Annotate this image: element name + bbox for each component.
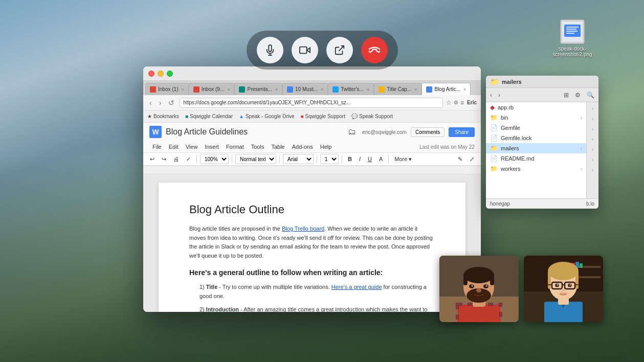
row-arrow-3[interactable]: › xyxy=(587,124,598,134)
file-item-gemfilelock[interactable]: 📄 Gemfile.lock xyxy=(486,133,586,143)
tab-twitter[interactable]: Twitter's... × xyxy=(328,83,374,95)
tab-presenta[interactable]: Presenta... × xyxy=(234,83,282,95)
doc-heading-1: Blog Article Outline xyxy=(189,203,435,216)
extensions-icon[interactable]: ⚙ xyxy=(454,100,458,105)
expand-button[interactable]: ⤢ xyxy=(467,155,477,164)
undo-button[interactable]: ↩ xyxy=(147,155,157,164)
font-select[interactable]: Arial xyxy=(283,154,314,164)
tab-close[interactable]: × xyxy=(181,87,184,92)
trello-link[interactable]: Blog Trello board xyxy=(282,225,324,232)
file-item-bin[interactable]: 📁 bin › xyxy=(486,112,586,123)
file-item-readme[interactable]: 📄 README.md xyxy=(486,153,586,164)
italic-button[interactable]: I xyxy=(357,155,363,163)
row-arrow-2[interactable]: › xyxy=(587,114,598,124)
back-btn[interactable]: ‹ xyxy=(488,90,494,100)
tab-inbox-9[interactable]: Inbox (9... × xyxy=(189,83,235,95)
tab-close[interactable]: × xyxy=(227,87,230,92)
menu-tools[interactable]: Tools xyxy=(248,142,268,151)
share-button[interactable]: Share xyxy=(449,127,475,137)
file-panel-header: 📁 mailers xyxy=(486,76,598,88)
menu-icon[interactable]: ≡ xyxy=(460,99,464,106)
share-screen-button[interactable] xyxy=(326,37,353,63)
svg-point-18 xyxy=(463,267,494,283)
menu-format[interactable]: Format xyxy=(223,142,247,151)
tab-titlecap[interactable]: Title Cap... × xyxy=(374,83,421,95)
menu-edit[interactable]: Edit xyxy=(166,142,182,151)
row-arrow-6[interactable]: › xyxy=(587,154,598,165)
menu-insert[interactable]: Insert xyxy=(202,142,222,151)
address-input[interactable] xyxy=(180,98,443,108)
svg-point-38 xyxy=(548,262,579,280)
row-arrow-5[interactable]: › xyxy=(587,144,598,154)
bookmark-speak-support[interactable]: 💬 Speak Support xyxy=(351,114,393,119)
print-button[interactable]: 🖨 xyxy=(171,155,182,163)
file-item-workers[interactable]: 📁 workers › xyxy=(486,164,586,174)
search-btn[interactable]: 🔍 xyxy=(585,90,596,100)
tab-close[interactable]: × xyxy=(367,87,369,92)
mute-button[interactable] xyxy=(257,37,283,63)
minimize-button[interactable] xyxy=(158,71,164,77)
desktop-icon[interactable]: speak-dock- screenshot-2.png xyxy=(552,19,593,57)
video-button[interactable] xyxy=(292,37,318,63)
view-btn[interactable]: ⊞ xyxy=(562,90,571,100)
folder-icon[interactable]: 🗂 xyxy=(348,127,356,137)
tab-close[interactable]: × xyxy=(321,87,323,92)
bookmark-sqwiggle-support[interactable]: ■ Sqwiggle Support xyxy=(301,114,345,119)
menu-addons[interactable]: Add-ons xyxy=(289,142,316,151)
tab-10must[interactable]: 10 Must... × xyxy=(282,83,328,95)
svg-rect-5 xyxy=(566,33,574,34)
person-male-svg xyxy=(439,256,519,322)
guide-link[interactable]: Here's a great guide xyxy=(331,284,382,290)
spellcheck-button[interactable]: ✓ xyxy=(184,155,193,164)
redo-button[interactable]: ↪ xyxy=(159,155,169,164)
tab-close[interactable]: × xyxy=(275,87,278,92)
file-item-gemfile[interactable]: 📄 Gemfile xyxy=(486,123,586,133)
color-button[interactable]: A xyxy=(376,155,385,163)
row-arrow-7[interactable]: › xyxy=(587,165,598,175)
page-content: Blog Article Outline Blog article titles… xyxy=(159,183,465,312)
zoom-select[interactable]: 100% xyxy=(200,154,229,164)
file-item-apprb[interactable]: ◆ app.rb xyxy=(486,102,586,112)
pencil-button[interactable]: ✎ xyxy=(455,155,465,164)
menu-view[interactable]: View xyxy=(183,142,201,151)
row-arrow-1[interactable]: › xyxy=(587,103,598,114)
forward-button[interactable]: › xyxy=(157,98,164,108)
sort-btn[interactable]: ⚙ xyxy=(573,90,583,100)
end-call-button[interactable] xyxy=(361,37,388,63)
folder-header-icon: 📁 xyxy=(490,78,499,86)
bookmark-sqwiggle-cal[interactable]: ■ Sqwiggle Calendar xyxy=(185,114,233,119)
close-button[interactable] xyxy=(148,71,154,77)
tab-close[interactable]: × xyxy=(414,87,417,92)
bookmark-bookmarks[interactable]: ★ Bookmarks xyxy=(147,114,179,119)
style-select[interactable]: Normal text xyxy=(235,154,276,164)
row-arrow-4[interactable]: › xyxy=(587,134,598,144)
bold-button[interactable]: B xyxy=(345,155,354,163)
comments-button[interactable]: Comments xyxy=(411,127,445,137)
bookmark-label: Sqwiggle Support xyxy=(305,114,345,119)
back-button[interactable]: ‹ xyxy=(147,98,154,108)
forward-btn[interactable]: › xyxy=(496,90,502,100)
doc-header: W Blog Article Guidelines 🗂 eric@sqwiggl… xyxy=(143,123,481,141)
person-female-svg xyxy=(524,256,603,322)
tab-blogarticle[interactable]: Blog Artic... × xyxy=(421,83,471,95)
tab-inbox-1[interactable]: Inbox (1) × xyxy=(145,83,189,95)
doc-page[interactable]: Blog Article Outline Blog article titles… xyxy=(143,174,481,312)
menu-help[interactable]: Help xyxy=(317,142,335,151)
underline-button[interactable]: U xyxy=(365,155,374,163)
file-item-mailers[interactable]: 📁 mailers › xyxy=(486,143,586,153)
star-icon[interactable]: ☆ xyxy=(446,99,452,106)
divider xyxy=(279,155,280,163)
svg-rect-33 xyxy=(580,263,583,268)
tab-close[interactable]: × xyxy=(463,87,466,92)
maximize-button[interactable] xyxy=(167,71,173,77)
refresh-button[interactable]: ↺ xyxy=(166,98,176,108)
svg-line-10 xyxy=(339,46,344,51)
menu-table[interactable]: Table xyxy=(268,142,287,151)
menu-file[interactable]: File xyxy=(149,142,165,151)
file-panel-title: mailers xyxy=(502,79,522,85)
calendar-icon: ■ xyxy=(185,114,188,119)
more-button[interactable]: More ▾ xyxy=(392,155,414,164)
fontsize-select[interactable]: 11 xyxy=(320,154,339,164)
bookmark-speak-drive[interactable]: ▲ Speak - Google Drive xyxy=(239,114,295,119)
bookmark-label: Sqwiggle Calendar xyxy=(190,114,233,119)
